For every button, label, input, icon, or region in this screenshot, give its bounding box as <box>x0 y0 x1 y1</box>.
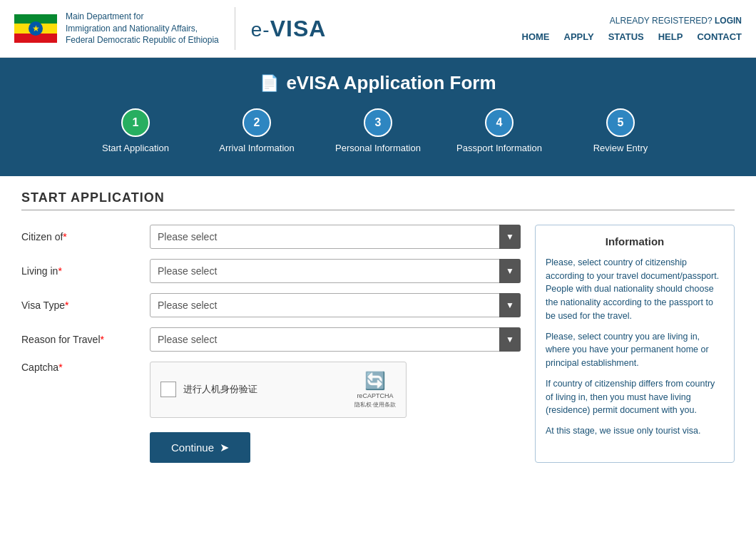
info-paragraph-4: At this stage, we issue only tourist vis… <box>546 424 724 438</box>
login-link[interactable]: LOGIN <box>715 16 742 26</box>
continue-button[interactable]: Continue ➤ <box>150 432 250 463</box>
captcha-checkbox-area: 进行人机身份验证 <box>160 382 257 397</box>
recaptcha-box[interactable]: 进行人机身份验证 🔄 reCAPTCHA 隐私权·使用条款 <box>150 362 407 418</box>
step-3-label: Personal Information <box>335 143 421 155</box>
document-icon: 📄 <box>260 74 279 93</box>
step-2-label: Arrival Information <box>219 143 294 155</box>
step-2: 2 Arrival Information <box>196 108 317 155</box>
living-in-wrapper: Please select ▼ <box>150 259 521 283</box>
captcha-wrapper: 进行人机身份验证 🔄 reCAPTCHA 隐私权·使用条款 <box>150 362 521 418</box>
ethiopia-flag: ★ <box>14 14 57 43</box>
steps-progress: 1 Start Application 2 Arrival Informatio… <box>21 108 735 155</box>
citizen-of-wrapper: Please select ▼ <box>150 225 521 249</box>
visa-type-select[interactable]: Please select <box>150 293 521 317</box>
visa-required: * <box>65 300 68 311</box>
reason-required: * <box>101 334 104 345</box>
reason-travel-row: Reason for Travel* Please select ▼ <box>21 327 521 352</box>
org-name: Main Department for Immigration and Nati… <box>66 11 219 46</box>
evisa-logo: e-VISA <box>251 16 327 42</box>
living-in-select[interactable]: Please select <box>150 259 521 283</box>
nav-home[interactable]: HOME <box>522 31 550 42</box>
living-required: * <box>58 265 61 277</box>
header-right: ALREADY REGISTERED? LOGIN HOME APPLY STA… <box>522 16 742 42</box>
header-divider <box>235 7 235 50</box>
reason-travel-wrapper: Please select ▼ <box>150 327 521 352</box>
visa-type-wrapper: Please select ▼ <box>150 293 521 317</box>
recaptcha-label: reCAPTCHA <box>357 392 393 399</box>
step-5: 5 Review Entry <box>560 108 681 155</box>
continue-arrow-icon: ➤ <box>220 441 229 454</box>
step-4-label: Passport Information <box>456 143 542 155</box>
logo-e: e- <box>251 19 270 41</box>
nav-links: HOME APPLY STATUS HELP CONTACT <box>522 31 742 42</box>
visa-type-row: Visa Type* Please select ▼ <box>21 293 521 317</box>
info-paragraph-2: Please, select country you are living in… <box>546 330 724 370</box>
citizen-of-select[interactable]: Please select <box>150 225 521 249</box>
section-title: START APPLICATION <box>21 190 735 210</box>
captcha-required: * <box>58 362 62 373</box>
page-header: ★ Main Department for Immigration and Na… <box>0 0 756 58</box>
step-4-circle: 4 <box>485 108 514 137</box>
captcha-checkbox[interactable] <box>160 382 176 397</box>
continue-button-area: Continue ➤ <box>150 432 521 463</box>
flag-star-icon: ★ <box>32 24 40 34</box>
step-3: 3 Personal Information <box>317 108 439 155</box>
header-left: ★ Main Department for Immigration and Na… <box>14 7 326 50</box>
living-in-label: Living in* <box>21 265 150 277</box>
living-in-row: Living in* Please select ▼ <box>21 259 521 283</box>
continue-label: Continue <box>171 441 214 454</box>
nav-contact[interactable]: CONTACT <box>697 31 742 42</box>
step-2-circle: 2 <box>242 108 271 137</box>
info-paragraph-3: If country of citizenship differs from c… <box>546 377 724 417</box>
recaptcha-links: 隐私权·使用条款 <box>354 401 396 409</box>
main-layout: Citizen of* Please select ▼ Living in* P… <box>21 225 735 463</box>
info-panel: Information Please, select country of ci… <box>535 225 735 463</box>
citizen-of-label: Citizen of* <box>21 231 150 242</box>
info-paragraph-1: Please, select country of citizenship ac… <box>546 256 724 323</box>
hero-banner: 📄 eVISA Application Form 1 Start Applica… <box>0 58 756 176</box>
nav-status[interactable]: STATUS <box>608 31 644 42</box>
captcha-text: 进行人机身份验证 <box>183 383 257 396</box>
captcha-label: Captcha* <box>21 362 150 373</box>
form-section: Citizen of* Please select ▼ Living in* P… <box>21 225 521 463</box>
citizen-of-row: Citizen of* Please select ▼ <box>21 225 521 249</box>
hero-title: 📄 eVISA Application Form <box>21 72 735 94</box>
visa-type-label: Visa Type* <box>21 300 150 311</box>
step-5-label: Review Entry <box>593 143 648 155</box>
captcha-row: Captcha* 进行人机身份验证 🔄 reCAPTCHA 隐私权·使用条款 <box>21 362 521 418</box>
logo-visa: VISA <box>270 16 327 41</box>
reason-travel-select[interactable]: Please select <box>150 327 521 352</box>
step-1-circle: 1 <box>121 108 150 137</box>
step-4: 4 Passport Information <box>439 108 560 155</box>
citizen-required: * <box>63 231 66 242</box>
already-registered-text: ALREADY REGISTERED? LOGIN <box>522 16 742 26</box>
step-1-label: Start Application <box>102 143 169 155</box>
nav-apply[interactable]: APPLY <box>564 31 594 42</box>
step-5-circle: 5 <box>606 108 635 137</box>
step-3-circle: 3 <box>364 108 392 137</box>
info-panel-title: Information <box>546 235 724 247</box>
recaptcha-icon: 🔄 <box>364 371 386 391</box>
main-content: START APPLICATION Citizen of* Please sel… <box>0 176 756 477</box>
reason-travel-label: Reason for Travel* <box>21 334 150 345</box>
flag-circle: ★ <box>29 21 43 36</box>
step-1: 1 Start Application <box>75 108 196 155</box>
recaptcha-logo-area: 🔄 reCAPTCHA 隐私权·使用条款 <box>354 371 396 409</box>
nav-help[interactable]: HELP <box>658 31 683 42</box>
